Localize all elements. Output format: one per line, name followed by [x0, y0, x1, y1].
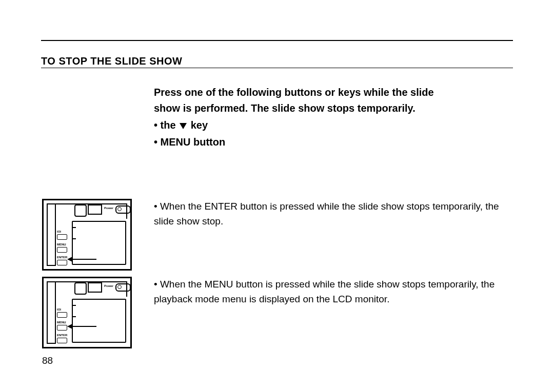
side-buttons: IOI MENU ENTER	[57, 230, 67, 269]
note-enter: • When the ENTER button is pressed while…	[154, 199, 508, 229]
page-number: 88	[42, 355, 53, 366]
enter-button-icon	[57, 260, 67, 265]
heading-underline	[41, 68, 513, 68]
power-switch-icon	[115, 283, 131, 292]
intro-block: Press one of the following buttons or ke…	[154, 85, 508, 150]
enter-label: ENTER	[57, 334, 67, 337]
thumb-rect-icon	[88, 204, 102, 215]
lcd-screen-icon	[72, 299, 126, 343]
thumb-rect-icon	[88, 282, 102, 293]
ioi-button-icon	[57, 234, 67, 240]
ioi-label: IOI	[57, 230, 67, 233]
camera-thumbnail-menu: Power IOI MENU ENTER	[42, 277, 132, 348]
menu-label: MENU	[57, 321, 67, 324]
bullet-suffix: key	[188, 119, 208, 131]
intro-bullet-menu: • MENU button	[154, 134, 508, 150]
ioi-button-icon	[57, 312, 67, 318]
bullet-prefix: • the	[154, 119, 179, 131]
arrow-to-enter-icon	[68, 259, 96, 260]
thumb-dial-icon	[74, 282, 87, 295]
side-buttons: IOI MENU ENTER	[57, 308, 67, 346]
note-menu: • When the MENU button is pressed while …	[154, 277, 508, 307]
manual-page: TO STOP THE SLIDE SHOW Press one of the …	[0, 0, 554, 392]
power-switch-icon	[115, 205, 131, 214]
down-triangle-icon	[180, 123, 187, 129]
intro-line: Press one of the following buttons or ke…	[154, 85, 508, 100]
camera-thumbnail-enter: Power IOI MENU ENTER	[42, 199, 132, 271]
power-label: Power	[104, 207, 113, 210]
ioi-label: IOI	[57, 308, 67, 311]
section-heading: TO STOP THE SLIDE SHOW	[41, 55, 182, 67]
arrow-to-menu-icon	[68, 326, 96, 327]
top-rule	[41, 40, 513, 41]
menu-button-icon	[57, 325, 67, 331]
intro-bullet-down-key: • the key	[154, 117, 508, 133]
intro-line: show is performed. The slide show stops …	[154, 100, 508, 116]
menu-label: MENU	[57, 243, 67, 246]
thumb-left-edge	[47, 281, 56, 344]
thumb-left-edge	[47, 203, 56, 266]
menu-button-icon	[57, 247, 67, 253]
power-label: Power	[104, 284, 113, 287]
enter-label: ENTER	[57, 256, 67, 259]
thumb-dial-icon	[74, 204, 87, 217]
enter-button-icon	[57, 338, 67, 343]
